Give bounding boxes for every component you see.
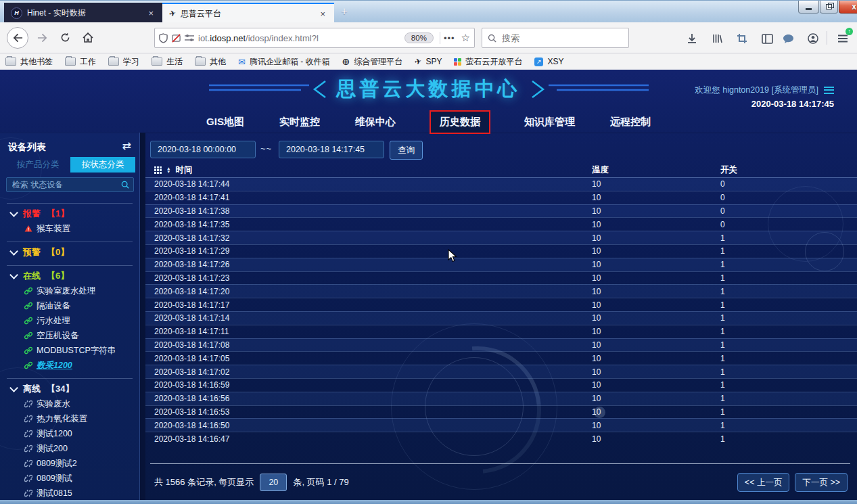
restore-button[interactable] (820, 1, 838, 14)
device-item[interactable]: 空压机设备 (0, 328, 139, 343)
table-row[interactable]: 2020-03-18 14:16:59101 (145, 378, 857, 392)
chevron-down-icon[interactable] (9, 271, 18, 279)
tree-group-offline[interactable]: 离线【34】 (0, 382, 139, 396)
device-item[interactable]: 污水处理 (0, 313, 139, 328)
device-search-box[interactable] (6, 177, 134, 192)
nav-item[interactable]: 实时监控 (279, 116, 320, 129)
downloads-button[interactable] (685, 32, 699, 45)
col-header-temperature[interactable]: 温度 (592, 164, 720, 176)
table-row[interactable]: 2020-03-18 14:17:14101 (145, 311, 857, 325)
account-button[interactable] (806, 32, 820, 45)
query-button[interactable]: 查询 (390, 141, 423, 160)
bookmark-star-icon[interactable]: ☆ (461, 32, 470, 44)
nav-item-active[interactable]: 历史数据 (431, 112, 489, 133)
device-item[interactable]: 热力氧化装置 (0, 411, 139, 426)
bookmark-item[interactable]: 生活 (152, 56, 183, 68)
tree-group-alarm[interactable]: 报警【1】 (0, 206, 139, 221)
device-item[interactable]: 隔油设备 (0, 298, 139, 313)
device-item[interactable]: 实验废水 (0, 396, 139, 411)
search-input[interactable] (501, 32, 611, 44)
device-item[interactable]: 测试1200 (0, 426, 139, 441)
end-date-input[interactable]: 2020-03-18 14:17:45 (279, 141, 384, 158)
tree-group-warn[interactable]: 预警【0】 (0, 245, 139, 260)
table-row[interactable]: 2020-03-18 14:17:17101 (145, 298, 857, 311)
menu-button[interactable]: ↑ (836, 32, 850, 45)
library-button[interactable] (710, 32, 724, 45)
table-row[interactable]: 2020-03-18 14:17:08101 (145, 338, 857, 352)
device-search-input[interactable] (11, 179, 121, 190)
page-actions-button[interactable]: ••• (444, 33, 455, 43)
table-row[interactable]: 2020-03-18 14:17:32101 (145, 231, 857, 244)
back-button[interactable] (7, 27, 28, 49)
tab-by-status[interactable]: 按状态分类 (70, 157, 135, 173)
new-tab-button[interactable]: + (341, 5, 348, 18)
chevron-down-icon[interactable] (9, 247, 18, 256)
tree-group-online[interactable]: 在线【6】 (0, 269, 139, 283)
table-row[interactable]: 2020-03-18 14:16:50101 (145, 418, 857, 432)
device-item[interactable]: 猴车装置 (0, 221, 139, 236)
forward-button[interactable] (32, 28, 51, 47)
bookmark-item[interactable]: ⊕综合管理平台 (342, 56, 403, 68)
device-item[interactable]: MODBUSTCP字符串 (0, 343, 139, 358)
start-date-input[interactable]: 2020-03-18 00:00:00 (150, 141, 256, 158)
wechat-extension-button[interactable] (781, 32, 795, 45)
zoom-level-badge[interactable]: 80% (404, 32, 434, 43)
browser-tab-hinet[interactable]: H Hinet - 实时数据 × (4, 3, 162, 23)
home-button[interactable] (78, 28, 97, 47)
table-row[interactable]: 2020-03-18 14:17:44100 (145, 177, 857, 191)
list-menu-icon[interactable] (824, 87, 834, 94)
table-row[interactable]: 2020-03-18 14:17:41100 (145, 191, 857, 204)
device-item[interactable]: 0809测试 (0, 471, 139, 486)
table-row[interactable]: 2020-03-18 14:17:02101 (145, 365, 857, 378)
next-page-button[interactable]: 下一页 >> (795, 473, 848, 492)
minimize-button[interactable] (798, 1, 819, 14)
table-row[interactable]: 2020-03-18 14:17:20101 (145, 284, 857, 298)
table-row[interactable]: 2020-03-18 14:16:56101 (145, 392, 857, 405)
swap-icon[interactable]: ⇄ (122, 139, 131, 152)
grid-icon[interactable] (154, 166, 162, 174)
col-header-time[interactable]: 时间 (175, 164, 192, 176)
tab-by-product[interactable]: 按产品分类 (5, 157, 70, 173)
sidebar-toggle-button[interactable] (760, 32, 774, 45)
table-row[interactable]: 2020-03-18 14:17:05101 (145, 351, 857, 365)
device-item[interactable]: 数采1200 (0, 358, 139, 373)
nav-item[interactable]: 远程控制 (610, 116, 651, 129)
tab-close-icon[interactable]: × (318, 9, 327, 19)
close-window-button[interactable]: x (839, 1, 857, 14)
bookmark-item[interactable]: 工作 (65, 56, 96, 68)
chevron-down-icon[interactable] (9, 208, 18, 217)
table-row[interactable]: 2020-03-18 14:17:38100 (145, 204, 857, 218)
table-row[interactable]: 2020-03-18 14:16:47101 (145, 432, 857, 445)
page-size-input[interactable]: 20 (260, 474, 287, 491)
table-row[interactable]: 2020-03-18 14:17:11101 (145, 325, 857, 338)
nav-item[interactable]: GIS地图 (206, 116, 244, 129)
col-header-switch[interactable]: 开关 (720, 164, 857, 176)
reload-button[interactable] (55, 28, 74, 47)
url-bar[interactable]: iot.idosp.net/idosp/index.html?l 80% •••… (154, 28, 475, 48)
search-bar[interactable] (482, 28, 629, 48)
prev-page-button[interactable]: << 上一页 (737, 473, 790, 492)
table-row[interactable]: 2020-03-18 14:17:23101 (145, 271, 857, 285)
bookmark-item[interactable]: ✉腾讯企业邮箱 - 收件箱 (238, 56, 330, 68)
table-row[interactable]: 2020-03-18 14:16:53101 (145, 405, 857, 419)
table-row[interactable]: 2020-03-18 14:17:35100 (145, 217, 857, 231)
bookmark-item[interactable]: 其他 (195, 56, 226, 68)
device-item[interactable]: 0809测试2 (0, 456, 139, 471)
table-row[interactable]: 2020-03-18 14:17:26101 (145, 258, 857, 271)
table-row[interactable]: 2020-03-18 14:17:29101 (145, 244, 857, 258)
device-item[interactable]: 测试0815 (0, 486, 139, 500)
tab-close-icon[interactable]: × (146, 8, 156, 18)
device-item[interactable]: 实验室废水处理 (0, 283, 139, 298)
bookmark-item[interactable]: 其他书签 (5, 56, 53, 68)
bookmark-item[interactable]: 学习 (108, 56, 139, 68)
bookmark-item[interactable]: ✈SPY (415, 57, 442, 66)
screenshot-button[interactable] (735, 32, 749, 45)
device-item[interactable]: 测试200 (0, 441, 139, 456)
nav-item[interactable]: 知识库管理 (524, 116, 575, 129)
browser-tab-sipu[interactable]: ✈ 思普云平台 × (162, 3, 334, 23)
chevron-down-icon[interactable] (9, 384, 18, 392)
nav-item[interactable]: 维保中心 (355, 116, 396, 129)
bookmark-item[interactable]: ↗XSY (534, 57, 563, 66)
bookmark-item[interactable]: 萤石云开放平台 (454, 56, 522, 68)
sort-icon[interactable]: ▲▼ (166, 166, 170, 173)
